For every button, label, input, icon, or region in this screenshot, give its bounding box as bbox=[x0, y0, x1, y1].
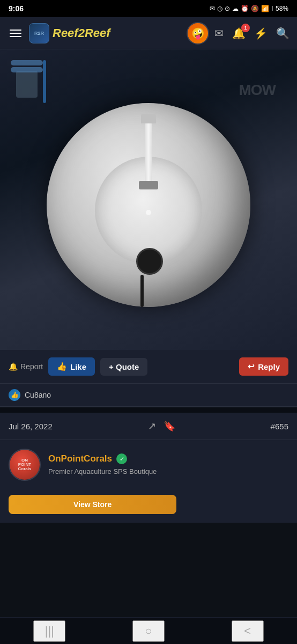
quote-button[interactable]: + Quote bbox=[100, 358, 147, 376]
author-name-row: OnPointCorals ✓ bbox=[48, 453, 288, 464]
logo-text: Reef2Reef bbox=[53, 26, 110, 40]
author-name[interactable]: OnPointCorals bbox=[48, 453, 112, 464]
post-header: Jul 26, 2022 ↗ 🔖 #655 bbox=[0, 413, 297, 440]
connector-base bbox=[139, 181, 158, 189]
nav-home-button[interactable]: ○ bbox=[132, 620, 165, 642]
cable-line bbox=[140, 275, 144, 307]
notification-count: 1 bbox=[241, 24, 250, 32]
dot-highlight bbox=[146, 210, 151, 215]
tube-top bbox=[141, 114, 156, 123]
cta-button[interactable]: View Store bbox=[9, 495, 176, 514]
reply-button[interactable]: ↩ Reply bbox=[239, 357, 288, 376]
notification-icon: ✉ bbox=[210, 5, 215, 12]
pipe-h-1 bbox=[11, 60, 43, 65]
cloud-icon: ☁ bbox=[232, 5, 239, 12]
bell-icon: 🔔 bbox=[9, 362, 18, 371]
nav-forward-button[interactable]: < bbox=[232, 620, 264, 642]
corner-bracket bbox=[16, 71, 38, 98]
mute-icon: 🔕 bbox=[251, 5, 259, 12]
lightning-icon[interactable]: ⚡ bbox=[254, 27, 268, 40]
nav-bar: R2R Reef2Reef 🤪 ✉ 🔔 1 ⚡ 🔍 bbox=[0, 17, 297, 49]
post-number: #655 bbox=[271, 422, 288, 431]
nav-icons: ✉ 🔔 1 ⚡ 🔍 bbox=[214, 27, 289, 40]
background-label: MOW bbox=[239, 82, 276, 99]
cable-bottom bbox=[136, 248, 163, 275]
post-meta-icons: ↗ 🔖 bbox=[148, 420, 175, 432]
report-button[interactable]: 🔔 Report bbox=[9, 362, 43, 371]
signal-icon: Ⅰ bbox=[271, 5, 273, 12]
liker-name: Cu8ano bbox=[25, 391, 51, 399]
notification-bell-icon[interactable]: 🔔 1 bbox=[232, 27, 246, 40]
clock-icon: ◷ bbox=[217, 5, 222, 12]
bookmark-icon[interactable]: 🔖 bbox=[164, 420, 175, 432]
post-date: Jul 26, 2022 bbox=[9, 422, 53, 431]
section-divider bbox=[0, 407, 297, 413]
alarm-icon: ⏰ bbox=[241, 5, 249, 12]
wifi-icon: 📶 bbox=[261, 5, 269, 12]
cta-button-area: View Store bbox=[0, 489, 297, 523]
share-icon[interactable]: ↗ bbox=[148, 420, 156, 432]
blue-tube bbox=[43, 60, 46, 103]
bowl-shape bbox=[47, 103, 250, 307]
logo-area[interactable]: R2R Reef2Reef bbox=[29, 23, 181, 43]
author-info: OnPointCorals ✓ Premier Aquaculture SPS … bbox=[48, 453, 288, 476]
battery-level: 58% bbox=[276, 5, 288, 12]
verified-badge: ✓ bbox=[116, 453, 127, 464]
post-image-container: MOW bbox=[0, 49, 297, 350]
nav-back-button[interactable]: ||| bbox=[33, 620, 65, 642]
bg-pipes bbox=[11, 60, 43, 72]
author-subtitle: Premier Aquaculture SPS Boutique bbox=[48, 467, 157, 475]
pipe-h-2 bbox=[11, 67, 43, 72]
status-bar: 9:06 ✉ ◷ ⊙ ☁ ⏰ 🔕 📶 Ⅰ 58% bbox=[0, 0, 297, 17]
hamburger-menu[interactable] bbox=[8, 27, 24, 39]
search-icon[interactable]: 🔍 bbox=[276, 27, 289, 40]
author-avatar[interactable]: ONPOINTCorals bbox=[9, 449, 41, 481]
status-icons: ✉ ◷ ⊙ ☁ ⏰ 🔕 📶 Ⅰ 58% bbox=[210, 5, 288, 12]
post-image: MOW bbox=[0, 49, 297, 350]
like-button[interactable]: 👍 Like bbox=[48, 357, 95, 376]
user-avatar[interactable]: 🤪 bbox=[187, 22, 209, 45]
thumbs-up-icon: 👍 bbox=[57, 362, 67, 371]
liker-avatar: 👍 bbox=[9, 389, 20, 401]
location-icon: ⊙ bbox=[225, 5, 230, 12]
reply-icon: ↩ bbox=[248, 362, 255, 371]
likes-bar: 👍 Cu8ano bbox=[0, 384, 297, 407]
logo-badge: R2R bbox=[29, 23, 49, 43]
tube-vertical bbox=[145, 119, 152, 184]
bottom-nav: ||| ○ < bbox=[0, 617, 297, 644]
mail-icon[interactable]: ✉ bbox=[214, 27, 224, 40]
status-time: 9:06 bbox=[9, 4, 24, 13]
post-actions: 🔔 Report 👍 Like + Quote ↩ Reply bbox=[0, 350, 297, 384]
author-section: ONPOINTCorals OnPointCorals ✓ Premier Aq… bbox=[0, 440, 297, 489]
